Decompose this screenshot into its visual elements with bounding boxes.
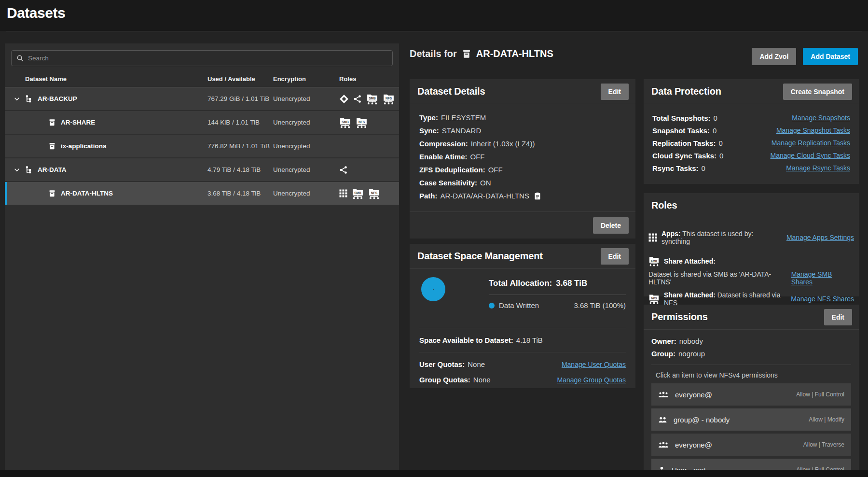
encryption-state: Unencrypted [273, 166, 339, 173]
manage-cloud-sync-tasks-link[interactable]: Manage Cloud Sync Tasks [771, 152, 851, 159]
apps-box-icon [339, 94, 349, 104]
acl-row-user-root[interactable]: User - root Allow | Full Control [651, 459, 851, 470]
total-allocation: Total Allocation:3.68 TiB [489, 279, 626, 288]
table-row-ar-data-hltns[interactable]: AR-DATA-HLTNS 3.68 TiB / 4.18 TiB Unencr… [5, 182, 399, 206]
acl-hint: Click an item to view NFSv4 permissions [656, 371, 851, 379]
person-icon [658, 466, 665, 470]
edit-space-button[interactable]: Edit [601, 248, 629, 265]
card-title: Dataset Details [417, 86, 485, 97]
field-case: Case Sensitivity:ON [419, 179, 626, 187]
dataset-icon [48, 142, 56, 150]
cloud-sync-tasks-row: Cloud Sync Tasks:0 Manage Cloud Sync Tas… [652, 149, 850, 162]
dataset-details-card: Dataset Details Edit Type:FILESYSTEM Syn… [410, 79, 635, 238]
rsync-tasks-row: Rsync Tasks:0 Manage Rsync Tasks [652, 162, 850, 174]
smb-share-icon: SMB [339, 116, 351, 129]
manage-group-quotas-link[interactable]: Manage Group Quotas [557, 376, 626, 384]
encryption-state: Unencrypted [273, 95, 339, 102]
manage-replication-tasks-link[interactable]: Manage Replication Tasks [772, 139, 850, 147]
column-header-encryption: Encryption [273, 75, 339, 83]
smb-share-icon: SMB [352, 187, 364, 200]
table-row-ar-data[interactable]: AR-DATA 4.79 TiB / 4.18 TiB Unencrypted [5, 158, 399, 182]
acl-row-everyone-full[interactable]: everyone@ Allow | Full Control [651, 383, 851, 406]
apps-role-row: Apps: This dataset is used by: syncthing… [648, 230, 854, 245]
user-quotas-row: User Quotas:None Manage User Quotas [410, 358, 635, 371]
space-available: Space Available to Dataset:4.18 TiB [410, 328, 635, 352]
chevron-down-icon[interactable] [14, 167, 20, 173]
acl-row-everyone-traverse[interactable]: everyone@ Allow | Traverse [651, 434, 851, 456]
card-title: Permissions [651, 311, 708, 323]
smb-role-description: Dataset is shared via SMB as 'AR-DATA-HL… [648, 270, 854, 286]
snapshot-tasks-row: Snapshot Tasks:0 Manage Snapshot Tasks [652, 124, 850, 137]
permissions-card: Permissions Edit Owner:nobody Group:nogr… [644, 305, 859, 470]
table-header: Dataset Name Used / Available Encryption… [5, 71, 399, 87]
dataset-name: AR-BACKUP [38, 95, 77, 102]
edit-dataset-details-button[interactable]: Edit [601, 84, 629, 100]
search-input[interactable] [28, 55, 387, 62]
dataset-icon [462, 49, 471, 59]
svg-text:SMB: SMB [354, 191, 361, 194]
apps-icon [648, 233, 657, 242]
people-icon [658, 416, 667, 423]
smb-role-row: SMB Share Attached: [648, 255, 854, 267]
manage-apps-settings-link[interactable]: Manage Apps Settings [786, 234, 854, 241]
used-available: 144 KiB / 1.01 TiB [207, 119, 273, 126]
field-dedup: ZFS Deduplication:OFF [419, 166, 626, 174]
manage-snapshot-tasks-link[interactable]: Manage Snapshot Tasks [776, 126, 850, 134]
nfs-share-icon: NFS [383, 93, 395, 105]
acl-row-group-nobody[interactable]: group@ - nobody Allow | Modify [651, 408, 851, 431]
encryption-state: Unencrypted [273, 190, 339, 197]
allocation-donut-chart [421, 277, 445, 301]
owner-line: Owner:nobody [651, 337, 851, 346]
replication-tasks-row: Replication Tasks:0 Manage Replication T… [652, 137, 850, 149]
details-header: Details for AR-DATA-HLTNS [410, 48, 553, 59]
manage-snapshots-link[interactable]: Manage Snapshots [792, 114, 850, 122]
manage-nfs-shares-link[interactable]: Manage NFS Shares [791, 295, 854, 303]
field-type: Type:FILESYSTEM [419, 113, 626, 122]
data-protection-card: Data Protection Create Snapshot Total Sn… [644, 79, 859, 184]
total-snapshots-row: Total Snapshots:0 Manage Snapshots [652, 112, 850, 124]
dataset-name: ix-applications [61, 142, 107, 150]
selected-dataset-name: AR-DATA-HLTNS [476, 48, 553, 59]
create-snapshot-button[interactable]: Create Snapshot [783, 84, 852, 100]
delete-dataset-button[interactable]: Delete [593, 217, 629, 234]
share-icon [339, 166, 348, 174]
people-group-icon [658, 441, 669, 449]
smb-share-icon: SMB [648, 255, 660, 267]
encryption-state: Unencrypted [273, 142, 339, 150]
search-box[interactable] [11, 50, 393, 66]
dataset-name: AR-DATA [38, 166, 66, 173]
nfs-share-icon: NFS [368, 187, 380, 200]
svg-text:SMB: SMB [342, 120, 349, 123]
table-row-ar-share[interactable]: AR-SHARE 144 KiB / 1.01 TiB Unencrypted … [5, 111, 399, 135]
column-header-name: Dataset Name [5, 75, 207, 83]
nfs-share-icon: NFS [648, 293, 660, 305]
encryption-state: Unencrypted [273, 119, 339, 126]
search-icon [16, 55, 24, 62]
manage-rsync-tasks-link[interactable]: Manage Rsync Tasks [786, 164, 850, 172]
manage-user-quotas-link[interactable]: Manage User Quotas [562, 361, 626, 368]
table-row-ar-backup[interactable]: AR-BACKUP 767.29 GiB / 1.01 TiB Unencryp… [5, 87, 399, 111]
chevron-down-icon[interactable] [14, 96, 20, 102]
used-available: 776.82 MiB / 1.01 TiB [207, 142, 273, 150]
field-atime: Enable Atime:OFF [419, 153, 626, 161]
bottom-strip [0, 470, 868, 477]
page-title: Datasets [7, 5, 65, 21]
manage-smb-shares-link[interactable]: Manage SMB Shares [791, 270, 854, 286]
dataset-name: AR-DATA-HLTNS [61, 190, 113, 197]
field-path: Path:AR-DATA/AR-DATA-HLTNS [419, 192, 626, 200]
share-icon [353, 95, 362, 103]
apps-icon [339, 189, 347, 197]
svg-text:NFS: NFS [651, 297, 657, 300]
copy-path-icon[interactable] [534, 192, 541, 200]
top-band [0, 0, 868, 31]
svg-text:NFS: NFS [386, 96, 392, 99]
column-header-roles: Roles [339, 75, 399, 83]
add-zvol-button[interactable]: Add Zvol [752, 48, 796, 65]
edit-permissions-button[interactable]: Edit [824, 309, 852, 325]
dataset-tree-panel: Dataset Name Used / Available Encryption… [5, 43, 399, 470]
svg-text:SMB: SMB [651, 259, 658, 262]
used-available: 3.68 TiB / 4.18 TiB [207, 190, 273, 197]
add-dataset-button[interactable]: Add Dataset [803, 48, 858, 65]
table-row-ix-applications[interactable]: ix-applications 776.82 MiB / 1.01 TiB Un… [5, 135, 399, 158]
dataset-icon [48, 190, 56, 197]
